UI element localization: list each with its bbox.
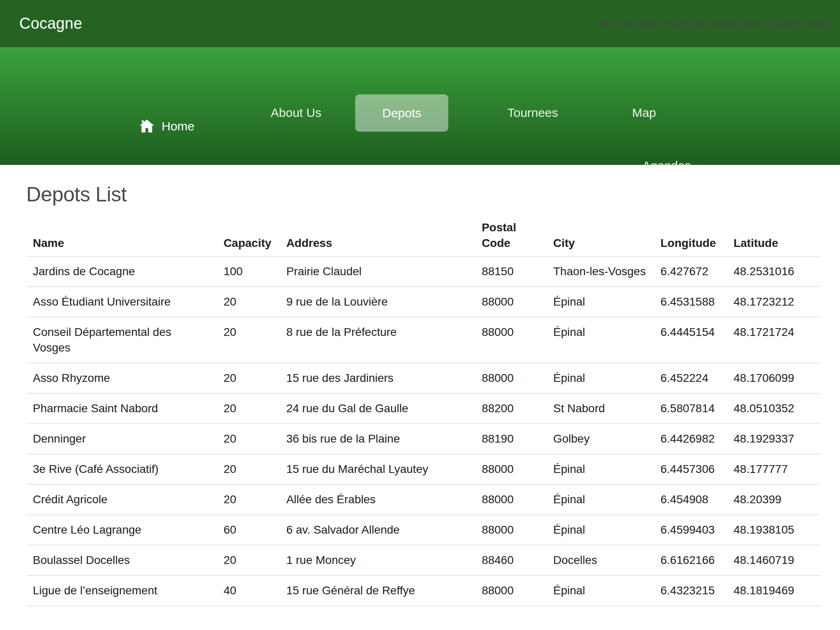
table-cell: 6.454908 <box>654 484 727 515</box>
table-cell: 88000 <box>475 287 546 317</box>
table-cell: 20 <box>217 545 280 575</box>
table-cell: 100 <box>217 256 280 287</box>
nav-item-tournees[interactable]: Tournees <box>507 105 558 121</box>
table-cell: 15 rue du Maréchal Lyautey <box>280 454 475 484</box>
table-cell: Denninger <box>26 424 217 454</box>
table-cell: 48.20399 <box>727 484 821 515</box>
table-cell: 48.0510352 <box>727 393 821 424</box>
table-cell: 88000 <box>475 484 546 515</box>
table-cell: Épinal <box>547 317 654 363</box>
table-cell: 8 rue de la Préfecture <box>280 317 475 363</box>
table-cell: St Nabord <box>547 393 654 424</box>
table-cell: Centre Léo Lagrange <box>26 515 217 545</box>
table-cell: 88000 <box>475 317 546 363</box>
table-cell: Allée des Érables <box>280 484 475 515</box>
table-cell: 15 rue Général de Reffye <box>280 575 475 606</box>
table-cell: 20 <box>217 454 280 484</box>
table-cell: 20 <box>217 484 280 515</box>
table-cell: 20 <box>217 424 280 454</box>
nav-item-home[interactable]: Home <box>139 118 194 135</box>
table-cell: 3e Rive (Café Associatif) <box>26 454 217 484</box>
table-cell: 6.452224 <box>654 363 727 393</box>
table-cell: Épinal <box>547 515 654 545</box>
column-header: Capacity <box>217 220 280 256</box>
table-cell: Jardins de Cocagne <box>26 256 217 287</box>
table-cell: Pharmacie Saint Nabord <box>26 393 217 424</box>
table-cell: 88460 <box>475 545 546 575</box>
column-header: City <box>547 220 654 256</box>
brand-title[interactable]: Cocagne <box>19 15 82 32</box>
nav-item-label: Home <box>162 119 194 134</box>
table-cell: 48.177777 <box>727 454 821 484</box>
table-cell: 88000 <box>475 454 546 484</box>
nav-item-depots[interactable]: Depots <box>355 94 448 132</box>
table-cell: 48.1929337 <box>727 424 821 454</box>
table-cell: 20 <box>217 287 280 317</box>
table-cell: 48.2531016 <box>727 256 821 287</box>
table-row: 3e Rive (Café Associatif)2015 rue du Mar… <box>26 454 821 484</box>
table-row: Ligue de l’enseignement4015 rue Général … <box>26 575 821 606</box>
nav-item-about-us[interactable]: About Us <box>271 105 321 121</box>
table-cell: Golbey <box>547 424 654 454</box>
table-cell: Épinal <box>547 287 654 317</box>
table-cell: Boulassel Docelles <box>26 545 217 575</box>
table-cell: 20 <box>217 363 280 393</box>
main-content: Depots List NameCapacityAddressPostal Co… <box>0 182 840 606</box>
column-header: Address <box>280 220 475 256</box>
home-icon <box>139 118 155 135</box>
credit-text: par Florentin Philippon-Champroux & Mart… <box>597 17 830 30</box>
table-cell: 40 <box>217 575 280 606</box>
table-cell: Docelles <box>547 545 654 575</box>
table-cell: 88000 <box>475 575 546 606</box>
table-cell: 6 av. Salvador Allende <box>280 515 475 545</box>
table-cell: 88000 <box>475 515 546 545</box>
nav-item-map[interactable]: Map <box>632 105 656 121</box>
table-cell: 15 rue des Jardiniers <box>280 363 475 393</box>
table-cell: Asso Rhyzome <box>26 363 217 393</box>
table-row: Pharmacie Saint Nabord2024 rue du Gal de… <box>26 393 821 424</box>
app-header: Cocagne par Florentin Philippon-Champrou… <box>0 0 840 47</box>
table-cell: 48.1819469 <box>727 575 821 606</box>
table-row: Asso Rhyzome2015 rue des Jardiniers88000… <box>26 363 821 393</box>
table-cell: Thaon-les-Vosges <box>547 256 654 287</box>
table-row: Boulassel Docelles201 rue Moncey88460Doc… <box>26 545 821 575</box>
table-cell: 24 rue du Gal de Gaulle <box>280 393 475 424</box>
table-cell: 88150 <box>475 256 546 287</box>
table-cell: 88190 <box>475 424 546 454</box>
table-cell: Prairie Claudel <box>280 256 475 287</box>
table-row: Jardins de Cocagne100Prairie Claudel8815… <box>26 256 821 287</box>
table-cell: 48.1706099 <box>727 363 821 393</box>
table-cell: 88000 <box>475 363 546 393</box>
table-cell: Épinal <box>547 484 654 515</box>
table-cell: Épinal <box>547 575 654 606</box>
table-cell: 88200 <box>475 393 546 424</box>
table-cell: 20 <box>217 393 280 424</box>
column-header: Longitude <box>654 220 727 256</box>
nav-item-agendas[interactable]: Agendas <box>642 158 691 173</box>
table-body: Jardins de Cocagne100Prairie Claudel8815… <box>26 256 821 606</box>
table-cell: Conseil Départemental des Vosges <box>26 317 217 363</box>
table-row: Conseil Départemental des Vosges208 rue … <box>26 317 821 363</box>
table-cell: 6.4323215 <box>654 575 727 606</box>
table-row: Asso Étudiant Universitaire209 rue de la… <box>26 287 821 317</box>
table-cell: 9 rue de la Louvière <box>280 287 475 317</box>
table-cell: 6.4426982 <box>654 424 727 454</box>
table-cell: 6.6162166 <box>654 545 727 575</box>
column-header: Postal Code <box>475 220 546 256</box>
table-cell: 6.4457306 <box>654 454 727 484</box>
table-cell: 20 <box>217 317 280 363</box>
table-cell: 6.4531588 <box>654 287 727 317</box>
table-row: Centre Léo Lagrange606 av. Salvador Alle… <box>26 515 821 545</box>
table-cell: 48.1938105 <box>727 515 821 545</box>
table-cell: 1 rue Moncey <box>280 545 475 575</box>
table-cell: Épinal <box>547 454 654 484</box>
table-cell: 6.5807814 <box>654 393 727 424</box>
table-cell: Asso Étudiant Universitaire <box>26 287 217 317</box>
column-header: Latitude <box>727 220 821 256</box>
table-cell: 48.1723212 <box>727 287 821 317</box>
table-cell: 36 bis rue de la Plaine <box>280 424 475 454</box>
table-cell: 6.4599403 <box>654 515 727 545</box>
depots-table: NameCapacityAddressPostal CodeCityLongit… <box>26 220 821 606</box>
table-row: Denninger2036 bis rue de la Plaine88190G… <box>26 424 821 454</box>
column-header: Name <box>26 220 217 256</box>
